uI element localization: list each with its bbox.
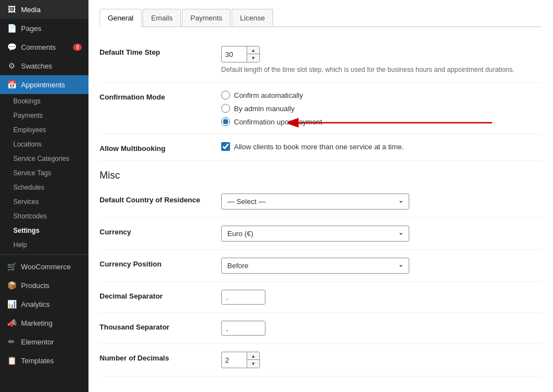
decimals-input-wrap: 2 ▲ ▼ xyxy=(221,352,260,368)
media-icon: 🖼 xyxy=(7,4,17,14)
multibooking-checkbox[interactable] xyxy=(221,142,230,151)
number-of-decimals-control: 2 ▲ ▼ xyxy=(221,352,542,368)
decimals-down-btn[interactable]: ▼ xyxy=(247,360,259,368)
default-country-label: Default Country of Residence xyxy=(100,194,221,204)
pages-icon: 📄 xyxy=(7,23,17,33)
thousand-separator-row: Thousand Separator , xyxy=(100,313,542,344)
comments-badge: 8 xyxy=(73,44,82,51)
sidebar-item-woocommerce[interactable]: 🛒 WooCommerce xyxy=(0,257,88,276)
sidebar-label-woocommerce: WooCommerce xyxy=(21,263,71,271)
marketing-icon: 📣 xyxy=(7,318,17,328)
currency-position-control: Before After xyxy=(221,258,542,274)
sidebar-item-media[interactable]: 🖼 Media xyxy=(0,0,88,19)
thousand-separator-input[interactable]: , xyxy=(221,321,265,336)
main-content: General Emails Payments License Default … xyxy=(88,0,553,392)
swatches-icon: ⚙ xyxy=(7,61,17,71)
radio-payment-input[interactable] xyxy=(221,117,230,126)
sidebar-label-comments: Comments xyxy=(21,43,56,51)
currency-position-row: Currency Position Before After xyxy=(100,250,542,282)
radio-admin[interactable]: By admin manually xyxy=(221,104,542,113)
sidebar-sub-schedules[interactable]: Schedules xyxy=(0,180,88,195)
currency-position-select[interactable]: Before After xyxy=(221,258,409,274)
sidebar-item-marketing[interactable]: 📣 Marketing xyxy=(0,313,88,332)
elementor-icon: ✏ xyxy=(7,337,17,347)
currency-select[interactable]: Euro (€) US Dollar ($) British Pound (£) xyxy=(221,226,409,242)
sidebar-sub-service-tags[interactable]: Service Tags xyxy=(0,166,88,180)
sidebar-sub-services[interactable]: Services xyxy=(0,195,88,209)
tab-payments[interactable]: Payments xyxy=(182,9,231,27)
products-icon: 📦 xyxy=(7,280,17,290)
radio-payment[interactable]: Confirmation upon payment xyxy=(221,117,542,126)
radio-admin-input[interactable] xyxy=(221,104,230,113)
sidebar-item-elementor[interactable]: ✏ Elementor xyxy=(0,332,88,351)
decimal-separator-input[interactable]: . xyxy=(221,290,265,305)
misc-heading: Misc xyxy=(100,161,542,186)
tab-license[interactable]: License xyxy=(232,9,273,27)
sidebar-label-marketing: Marketing xyxy=(21,319,53,327)
sidebar-label-appointments: Appointments xyxy=(21,81,65,89)
confirmation-mode-row: Confirmation Mode Confirm automatically … xyxy=(100,83,542,134)
radio-auto-input[interactable] xyxy=(221,91,230,100)
time-step-description: Default length of the time slot step, wh… xyxy=(221,65,542,75)
confirmation-mode-control: Confirm automatically By admin manually … xyxy=(221,91,542,126)
number-of-decimals-row: Number of Decimals 2 ▲ ▼ xyxy=(100,344,542,377)
comments-icon: 💬 xyxy=(7,42,17,52)
settings-tabs: General Emails Payments License xyxy=(100,9,542,27)
decimals-input[interactable]: 2 xyxy=(222,354,247,367)
default-country-select[interactable]: — Select — xyxy=(221,194,409,210)
thousand-separator-control: , xyxy=(221,321,542,336)
decimal-separator-control: . xyxy=(221,290,542,305)
sidebar-sub-shortcodes[interactable]: Shortcodes xyxy=(0,209,88,223)
number-of-decimals-label: Number of Decimals xyxy=(100,352,221,362)
sidebar-item-templates[interactable]: 📋 Templates xyxy=(0,351,88,370)
sidebar-sub-payments[interactable]: Payments xyxy=(0,108,88,123)
sidebar-item-comments[interactable]: 💬 Comments 8 xyxy=(0,38,88,56)
radio-payment-label: Confirmation upon payment xyxy=(234,118,322,126)
default-country-control: — Select — xyxy=(221,194,542,210)
decimal-separator-label: Decimal Separator xyxy=(100,290,221,300)
tab-emails[interactable]: Emails xyxy=(143,9,181,27)
woocommerce-icon: 🛒 xyxy=(7,262,17,271)
radio-admin-label: By admin manually xyxy=(234,104,295,113)
sidebar-label-swatches: Swatches xyxy=(21,62,52,70)
time-step-spinner: ▲ ▼ xyxy=(247,46,259,62)
sidebar-item-pages[interactable]: 📄 Pages xyxy=(0,19,88,38)
time-step-up-btn[interactable]: ▲ xyxy=(247,46,259,54)
default-time-step-label: Default Time Step xyxy=(100,46,221,56)
analytics-icon: 📊 xyxy=(7,299,17,309)
decimals-spinner: ▲ ▼ xyxy=(247,352,259,368)
sidebar-label-products: Products xyxy=(21,281,49,290)
allow-multibooking-control: Allow clients to book more than one serv… xyxy=(221,142,542,151)
sidebar-item-appointments[interactable]: 📅 Appointments xyxy=(0,75,88,94)
sidebar-sub-locations[interactable]: Locations xyxy=(0,137,88,151)
tab-general[interactable]: General xyxy=(100,9,142,27)
radio-auto[interactable]: Confirm automatically xyxy=(221,91,542,100)
sidebar-label-elementor: Elementor xyxy=(21,338,54,346)
sidebar-label-templates: Templates xyxy=(21,357,54,365)
sidebar-item-analytics[interactable]: 📊 Analytics xyxy=(0,295,88,313)
time-step-down-btn[interactable]: ▼ xyxy=(247,54,259,62)
sidebar-sub-settings[interactable]: Settings xyxy=(0,223,88,238)
multibooking-checkbox-text: Allow clients to book more than one serv… xyxy=(234,143,404,151)
time-step-input[interactable]: 30 xyxy=(222,48,247,61)
default-time-step-row: Default Time Step 30 ▲ ▼ Default length … xyxy=(100,38,542,83)
sidebar-item-products[interactable]: 📦 Products xyxy=(0,276,88,295)
sidebar: 🖼 Media 📄 Pages 💬 Comments 8 ⚙ Swatches … xyxy=(0,0,88,392)
default-country-row: Default Country of Residence — Select — xyxy=(100,186,542,218)
multibooking-checkbox-label[interactable]: Allow clients to book more than one serv… xyxy=(221,142,542,151)
sidebar-label-media: Media xyxy=(21,6,40,14)
currency-position-label: Currency Position xyxy=(100,258,221,268)
sidebar-sub-service-categories[interactable]: Service Categories xyxy=(0,151,88,166)
currency-label: Currency xyxy=(100,226,221,236)
allow-multibooking-row: Allow Multibooking Allow clients to book… xyxy=(100,134,542,161)
currency-control: Euro (€) US Dollar ($) British Pound (£) xyxy=(221,226,542,242)
sidebar-sub-help[interactable]: Help xyxy=(0,238,88,252)
confirmation-radio-group: Confirm automatically By admin manually … xyxy=(221,91,542,126)
confirmation-mode-label: Confirmation Mode xyxy=(100,91,221,101)
sidebar-label-analytics: Analytics xyxy=(21,300,50,309)
sidebar-item-swatches[interactable]: ⚙ Swatches xyxy=(0,56,88,75)
sidebar-sub-bookings[interactable]: Bookings xyxy=(0,94,88,108)
radio-auto-label: Confirm automatically xyxy=(234,91,303,100)
sidebar-sub-employees[interactable]: Employees xyxy=(0,123,88,137)
decimals-up-btn[interactable]: ▲ xyxy=(247,352,259,360)
